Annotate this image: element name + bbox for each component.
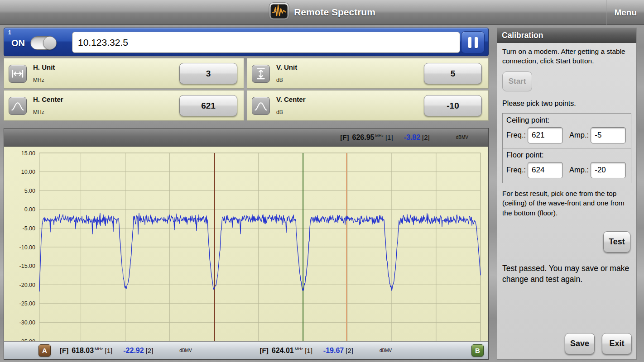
marker-tag: [F] [60,347,68,354]
h-unit-value-button[interactable]: 3 [179,63,237,84]
ceiling-amp-label: Amp.: [569,131,589,139]
svg-text:-20.00: -20.00 [19,282,35,288]
menu-divider [606,0,607,25]
pause-button[interactable] [461,31,485,53]
exit-button[interactable]: Exit [602,333,632,354]
marker-tag: [F] [260,347,269,354]
ceiling-point-box: Ceiling point: Freq.: Amp.: [502,113,631,148]
marker-amplitude: -19.67 [323,347,344,355]
floor-point-title: Floor point: [506,151,627,159]
pause-icon [468,37,478,48]
control-unit: MHz [33,109,44,115]
marker-index-1: [1] [105,347,113,354]
calibration-footer: Save Exit [565,333,632,354]
spectrum-panel: [F] 626.95 MHz [1] -3.82 [2] dBMV 15.001… [4,128,489,360]
calibration-title: Calibration [497,28,636,43]
marker-b-readout: [F] 624.01 MHz [1] -19.67 [2] dBMV [260,347,392,355]
control-unit: MHz [33,77,44,83]
spectrum-chart[interactable]: 15.0010.005.000.00-5.00-10.00-15.00-20.0… [4,147,488,341]
best-result-hint-text: For best result, pick one from the top (… [502,189,631,218]
frequency-unit: MHz [375,133,384,138]
ceiling-point-title: Ceiling point: [506,116,627,124]
test-result-text: Test passed. You may save or make change… [497,259,636,285]
marker-amplitude: -3.82 [404,133,420,142]
marker-a-button[interactable]: A [38,344,51,357]
control-unit: dB [276,77,283,83]
control-label: V. Center [276,95,305,103]
floor-amp-input[interactable] [591,162,626,178]
test-button-row: Test [502,231,631,252]
save-button[interactable]: Save [565,333,595,354]
svg-text:10.00: 10.00 [21,169,35,175]
floor-freq-input[interactable] [528,162,563,178]
floor-amp-label: Amp.: [569,166,589,174]
toggle-knob [43,36,57,50]
control-grid: H. Unit MHz 3 V. Unit dB 5 H. Center MHz… [4,58,489,121]
ceiling-amp-input[interactable] [591,127,626,143]
h-center-value-button[interactable]: 621 [179,95,237,116]
frequency-unit: MHz [295,347,303,351]
control-label: H. Center [33,95,63,103]
power-toggle-label: ON [11,38,25,48]
v-unit-control: V. Unit dB 5 [247,58,489,89]
svg-text:0.00: 0.00 [24,206,35,213]
start-button[interactable]: Start [502,71,532,91]
ceiling-freq-input[interactable] [528,127,563,143]
floor-point-box: Floor point: Freq.: Amp.: [502,148,631,183]
app-logo: Remote Spectrum [269,2,375,22]
marker-frequency: 626.95 [352,133,374,142]
svg-text:-25.00: -25.00 [19,300,35,307]
marker-index-2: [2] [346,347,353,354]
v-center-control: V. Center dB -10 [247,90,489,121]
floor-point-row: Freq.: Amp.: [506,162,627,178]
marker-f-readout: [F] 626.95 MHz [1] -3.82 [2] dBMV [340,133,468,142]
test-button[interactable]: Test [603,231,630,252]
ip-address-input[interactable] [72,32,460,53]
h-unit-control: H. Unit MHz 3 [4,58,244,89]
pick-points-text: Please pick two points. [502,99,631,109]
amplitude-unit: dBMV [380,348,392,353]
main-column: 1 ON H. Unit MHz 3 [4,28,489,360]
amplitude-unit: dBMV [456,135,468,140]
floor-freq-label: Freq.: [506,166,526,174]
svg-text:5.00: 5.00 [24,188,35,194]
menu-button[interactable]: Menu [614,0,637,25]
spectrum-trace-svg: 15.0010.005.000.00-5.00-10.00-15.00-20.0… [4,147,488,341]
ceiling-freq-label: Freq.: [506,131,526,139]
device-slot-number: 1 [8,29,11,36]
h-center-control: H. Center MHz 621 [4,90,244,121]
power-toggle[interactable] [30,36,57,50]
power-toggle-group: ON [11,36,57,50]
calibration-intro-text: Turn on a modem. After getting a stable … [502,47,631,66]
v-span-icon [252,65,270,83]
marker-index-2: [2] [146,347,154,354]
marker-b-button[interactable]: B [471,344,484,357]
v-unit-value-button[interactable]: 5 [424,63,482,84]
amplitude-unit: dBMV [179,348,192,353]
control-label: V. Unit [276,63,297,71]
marker-amplitude: -22.92 [123,347,144,355]
calibration-body: Turn on a modem. After getting a stable … [497,43,636,360]
marker-frequency: 618.03 [72,347,94,355]
calibration-panel: Calibration Turn on a modem. After getti… [497,28,637,360]
frequency-unit: MHz [95,347,103,351]
connection-bar: 1 ON [4,28,489,56]
marker-frequency: 624.01 [272,347,294,355]
h-span-icon [9,65,27,83]
svg-text:-10.00: -10.00 [19,244,35,251]
v-center-value-button[interactable]: -10 [424,95,482,116]
svg-text:-35.00: -35.00 [19,338,35,342]
v-center-curve-icon [252,97,270,115]
svg-text:-5.00: -5.00 [23,225,36,232]
svg-text:15.00: 15.00 [21,150,35,157]
marker-f-readout-bar: [F] 626.95 MHz [1] -3.82 [2] dBMV [4,129,488,147]
marker-index-1: [1] [305,347,312,354]
app-title: Remote Spectrum [294,7,375,18]
ceiling-point-row: Freq.: Amp.: [506,127,627,143]
control-label: H. Unit [33,63,55,71]
h-center-curve-icon [9,97,27,115]
marker-tag: [F] [340,133,349,141]
marker-index-1: [1] [385,133,393,141]
control-unit: dB [276,109,283,115]
marker-index-2: [2] [422,133,430,141]
